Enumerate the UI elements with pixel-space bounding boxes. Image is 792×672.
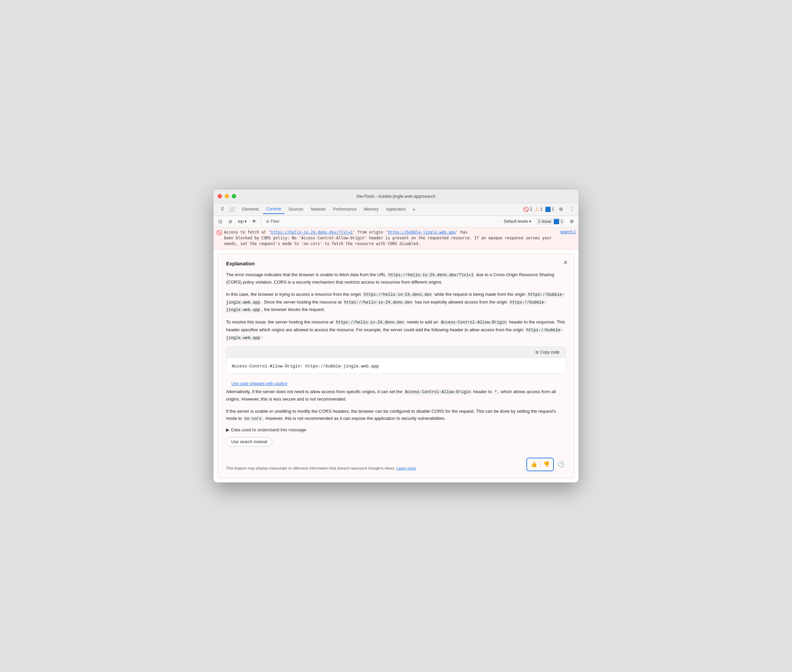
explanation-title: Explanation — [226, 261, 566, 266]
error-icon: 🚫 — [523, 206, 529, 212]
maximize-traffic-light[interactable] — [232, 194, 236, 198]
device-icon[interactable]: ⬜ — [228, 205, 236, 213]
error-source-link[interactable]: search:1 — [560, 229, 576, 234]
code-block: ⧉ Copy code Access-Control-Allow-Origin:… — [226, 347, 566, 374]
error-url-2[interactable]: https://bubble-jingle.web.app — [388, 230, 456, 235]
code-snippet-text: Access-Control-Allow-Origin: https://bub… — [232, 364, 379, 369]
title-bar: DevTools - bubble-jingle.web.app/search — [214, 190, 578, 203]
error-url-1[interactable]: https://hello-io-24.deno.dev/?lvl=1 — [271, 230, 353, 235]
learn-more-link[interactable]: Learn more — [396, 466, 416, 470]
disclaimer-area: This feature may display inaccurate or o… — [226, 454, 566, 471]
execution-context-select[interactable]: top ▾ — [236, 218, 248, 224]
use-search-button[interactable]: Use search instead — [226, 437, 272, 446]
filter-icon: ⊘ — [266, 219, 269, 224]
devtools-window: DevTools - bubble-jingle.web.app/search … — [214, 190, 578, 482]
issue-badge-tab[interactable]: 🟦 1 — [545, 206, 554, 212]
devtools-tab-bar: ⠿ ⬜ Elements Console Sources Network Per… — [214, 203, 578, 216]
copy-icon: ⧉ — [535, 350, 538, 355]
tab-performance[interactable]: Performance — [330, 205, 360, 214]
console-toolbar: ⊡ ⊘ top ▾ 👁 ⊘ Filter Default levels ▾ 1 … — [214, 216, 578, 227]
data-toggle-label: Data used to understand this message — [231, 427, 307, 432]
data-toggle[interactable]: ▶ Data used to understand this message — [226, 427, 566, 432]
caution-link[interactable]: Use code snippets with caution — [232, 381, 287, 386]
feedback-area: 👍 👎 🕐 — [527, 458, 566, 471]
warning-icon: ⚠ — [535, 206, 539, 212]
error-badge[interactable]: 🚫 2 — [523, 206, 532, 212]
tab-sources[interactable]: Sources — [285, 205, 307, 214]
explanation-paragraph-3: To resolve this issue, the server hostin… — [226, 318, 566, 341]
more-options-icon[interactable]: ⋮ — [568, 205, 576, 213]
explanation-body: The error message indicates that the bro… — [226, 271, 566, 471]
default-levels-select[interactable]: Default levels ▾ — [502, 218, 533, 224]
tab-elements[interactable]: Elements — [238, 205, 262, 214]
explanation-paragraph-2: In this case, the browser is trying to a… — [226, 291, 566, 314]
feedback-buttons: 👍 👎 — [527, 458, 554, 471]
explanation-paragraph-1: The error message indicates that the bro… — [226, 271, 566, 286]
filter-area[interactable]: ⊘ Filter — [264, 218, 282, 224]
copy-code-label: Copy code — [540, 350, 559, 355]
error-text-mid: ' from origin ' — [353, 230, 388, 235]
error-row: 🚫 Access to fetch at 'https://hello-io-2… — [214, 227, 578, 250]
warning-badge[interactable]: ⚠ 1 — [535, 206, 543, 212]
issue-count-toolbar: 1 — [560, 219, 563, 224]
issues-badge[interactable]: 1 Issue: 🟦 1 — [536, 218, 565, 225]
settings-icon-tab[interactable]: ⚙ — [557, 205, 565, 213]
code-block-toolbar: ⧉ Copy code — [227, 347, 565, 358]
toolbar-divider-1 — [261, 218, 261, 225]
window-title: DevTools - bubble-jingle.web.app/search — [356, 194, 436, 199]
disclaimer-content: This feature may display inaccurate or o… — [226, 466, 395, 470]
close-explanation-button[interactable]: ✕ — [561, 259, 569, 267]
thumbs-up-button[interactable]: 👍 — [529, 460, 538, 469]
tab-console[interactable]: Console — [263, 205, 284, 214]
clear-console-icon[interactable]: ⊘ — [227, 218, 235, 226]
feedback-divider — [540, 461, 540, 468]
tab-badges: 🚫 2 ⚠ 1 🟦 1 ⚙ ⋮ — [523, 205, 576, 213]
eye-icon[interactable]: 👁 — [250, 218, 258, 226]
cursor-icon[interactable]: ⠿ — [218, 205, 227, 213]
error-continuation: been blocked by CORS policy: No 'Access-… — [224, 235, 551, 246]
info-icon-button[interactable]: 🕐 — [557, 460, 566, 469]
filter-label: Filter — [271, 219, 280, 224]
error-text: Access to fetch at 'https://hello-io-24.… — [224, 229, 558, 247]
error-text-has: ' has — [455, 230, 467, 235]
thumbs-down-button[interactable]: 👎 — [541, 460, 551, 469]
traffic-lights — [217, 194, 236, 198]
close-traffic-light[interactable] — [217, 194, 222, 198]
tab-memory[interactable]: Memory — [361, 205, 382, 214]
chevron-down-icon: ▾ — [244, 219, 247, 224]
issue-icon: 🟦 — [545, 206, 551, 212]
toolbar-right: Default levels ▾ 1 Issue: 🟦 1 ⚙ — [502, 218, 576, 226]
sidebar-toggle-icon[interactable]: ⊡ — [216, 218, 224, 226]
code-block-content: Access-Control-Allow-Origin: https://bub… — [227, 358, 565, 373]
minimize-traffic-light[interactable] — [225, 194, 229, 198]
issue-count: 1 — [552, 207, 554, 211]
disclaimer-text: This feature may display inaccurate or o… — [226, 466, 523, 471]
error-text-before: Access to fetch at ' — [224, 230, 271, 235]
tab-application[interactable]: Application — [383, 205, 409, 214]
settings-icon-toolbar[interactable]: ⚙ — [568, 218, 576, 226]
explanation-paragraph-5: If the server is unable or unwilling to … — [226, 408, 566, 422]
more-tabs-button[interactable]: » — [410, 205, 417, 213]
error-circle-icon: 🚫 — [216, 230, 222, 235]
error-count: 2 — [530, 207, 532, 211]
tab-icons: ⠿ ⬜ — [216, 205, 238, 213]
tab-network[interactable]: Network — [308, 205, 329, 214]
toggle-arrow-icon: ▶ — [226, 427, 230, 432]
explanation-panel: Explanation ✕ The error message indicate… — [217, 253, 575, 478]
warning-count: 1 — [540, 207, 543, 211]
top-label: top — [238, 219, 244, 224]
console-content: 🚫 Access to fetch at 'https://hello-io-2… — [214, 227, 578, 482]
copy-code-button[interactable]: ⧉ Copy code — [533, 349, 562, 355]
issue-icon-toolbar: 🟦 — [554, 219, 559, 224]
explanation-paragraph-4: Alternatively, if the server does not ne… — [226, 388, 566, 403]
issue-label-text: 1 Issue: — [538, 219, 552, 224]
